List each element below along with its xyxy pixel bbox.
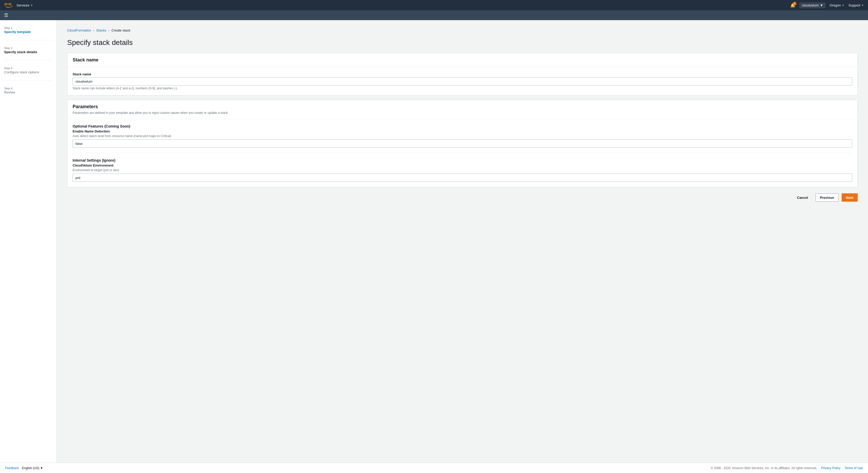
step-2-title: Specify stack details	[4, 50, 53, 54]
notification-badge: 1	[793, 2, 797, 5]
breadcrumb-sep-1: ›	[93, 29, 94, 32]
footer-left: Feedback English (US) ▼	[5, 466, 43, 470]
internal-settings-title: Internal Settings (Ignore)	[72, 158, 852, 162]
sidebar-step-4: Step 4 Review	[4, 87, 53, 94]
region-chevron-icon: ▼	[842, 4, 844, 7]
hamburger-icon[interactable]: ☰	[4, 12, 8, 18]
breadcrumb-cloudformation[interactable]: CloudFormation	[67, 28, 91, 32]
cloudvelum-environment-input[interactable]	[72, 173, 852, 182]
page-title: Specify stack details	[67, 38, 858, 47]
cancel-button[interactable]: Cancel	[793, 193, 812, 202]
support-chevron-icon: ▼	[861, 4, 864, 7]
footer: Feedback English (US) ▼ © 2008 - 2020, A…	[0, 463, 868, 473]
step-3-label: Step 3	[4, 67, 53, 70]
cloudvelum-environment-description: Environment to target (prd or dev)	[72, 168, 852, 172]
stack-name-input[interactable]	[72, 77, 852, 86]
feedback-link[interactable]: Feedback	[5, 466, 19, 470]
copyright-text: © 2008 - 2020, Amazon Web Services, Inc.…	[711, 466, 817, 470]
notification-bell[interactable]: 🔔 1	[790, 3, 796, 8]
parameters-card-header: Parameters Parameters are defined in you…	[67, 100, 858, 119]
enable-name-detection-input[interactable]	[72, 139, 852, 148]
cloudvelum-environment-group: CloudVelum Environment Environment to ta…	[72, 163, 852, 182]
step-3-title: Configure stack options	[4, 70, 53, 74]
stack-name-group: Stack name Stack name can include letter…	[72, 72, 852, 90]
sidebar-step-3: Step 3 Configure stack options	[4, 67, 53, 80]
account-menu[interactable]: cloudvelum ▼	[800, 3, 826, 8]
stack-name-card-header: Stack name	[67, 53, 858, 67]
stack-name-heading: Stack name	[72, 57, 852, 63]
services-chevron-icon: ▼	[30, 4, 33, 7]
next-button[interactable]: Next	[842, 193, 858, 202]
step-4-label: Step 4	[4, 87, 53, 90]
optional-features-section: Optional Features (Coming Soon) Enable N…	[72, 124, 852, 153]
language-selector[interactable]: English (US) ▼	[22, 466, 43, 470]
previous-button[interactable]: Previous	[815, 193, 839, 202]
aws-logo	[4, 3, 12, 8]
terms-of-use-link[interactable]: Terms of Use	[844, 466, 863, 470]
parameters-card: Parameters Parameters are defined in you…	[67, 100, 858, 187]
step-2-label: Step 2	[4, 46, 53, 49]
stack-name-hint: Stack name can include letters (A-Z and …	[72, 87, 852, 90]
internal-settings-section: Internal Settings (Ignore) CloudVelum En…	[72, 158, 852, 182]
breadcrumb-current: Create stack	[112, 28, 130, 32]
breadcrumb: CloudFormation › Stacks › Create stack	[67, 28, 858, 32]
parameters-heading: Parameters	[72, 104, 852, 109]
content-area: CloudFormation › Stacks › Create stack S…	[57, 20, 868, 463]
privacy-policy-link[interactable]: Privacy Policy	[821, 466, 841, 470]
optional-features-title: Optional Features (Coming Soon)	[72, 124, 852, 128]
account-name: cloudvelum	[802, 3, 819, 7]
services-label: Services	[17, 3, 29, 7]
stack-name-card: Stack name Stack name Stack name can inc…	[67, 53, 858, 96]
breadcrumb-stacks[interactable]: Stacks	[96, 28, 106, 32]
support-label: Support	[848, 3, 861, 7]
stack-name-card-body: Stack name Stack name can include letter…	[67, 67, 858, 95]
step-1-title[interactable]: Specify template	[4, 30, 53, 34]
main-layout: Step 1 Specify template Step 2 Specify s…	[0, 20, 868, 463]
parameters-card-body: Optional Features (Coming Soon) Enable N…	[67, 119, 858, 187]
step-1-label: Step 1	[4, 26, 53, 29]
cloudvelum-environment-label: CloudVelum Environment	[72, 163, 852, 167]
support-menu[interactable]: Support ▼	[848, 3, 864, 7]
top-navigation: Services ▼ 🔔 1 cloudvelum ▼ Oregon ▼ Sup…	[0, 0, 868, 10]
step-4-title: Review	[4, 90, 53, 94]
enable-name-detection-group: Enable Name Detection Auto detect alarm …	[72, 129, 852, 148]
language-chevron-icon: ▼	[40, 466, 43, 470]
enable-name-detection-description: Auto detect alarm level from resource na…	[72, 134, 852, 138]
breadcrumb-sep-2: ›	[108, 29, 110, 32]
region-menu[interactable]: Oregon ▼	[830, 3, 844, 7]
region-label: Oregon	[830, 3, 841, 7]
sidebar-step-1: Step 1 Specify template	[4, 26, 53, 40]
menu-bar: ☰	[0, 10, 868, 20]
button-row: Cancel Previous Next	[67, 193, 858, 202]
sidebar-step-2: Step 2 Specify stack details	[4, 46, 53, 60]
account-chevron-icon: ▼	[820, 3, 823, 7]
sidebar: Step 1 Specify template Step 2 Specify s…	[0, 20, 57, 463]
language-label: English (US)	[22, 466, 39, 470]
stack-name-label: Stack name	[72, 72, 852, 76]
enable-name-detection-label: Enable Name Detection	[72, 129, 852, 133]
footer-right: © 2008 - 2020, Amazon Web Services, Inc.…	[711, 466, 863, 470]
parameters-description: Parameters are defined in your template …	[72, 111, 852, 115]
services-menu[interactable]: Services ▼	[17, 3, 33, 7]
